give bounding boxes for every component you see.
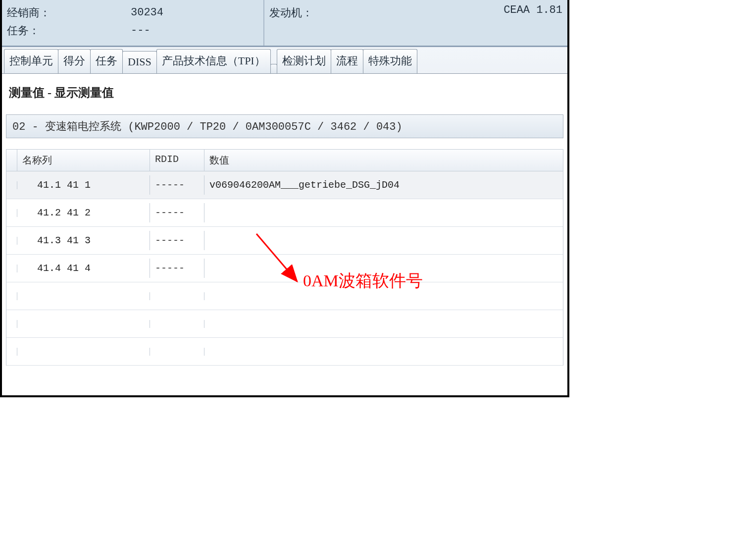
cell-name (17, 348, 150, 356)
section-title: 测量值 - 显示测量值 (2, 74, 567, 114)
tab-detection-plan[interactable]: 检测计划 (277, 49, 331, 73)
table-row[interactable]: 41.3 41 3 ----- (6, 227, 563, 255)
cell-rdid (150, 320, 204, 328)
row-handle (6, 292, 17, 300)
cell-name: 41.2 41 2 (17, 203, 150, 222)
cell-value (204, 237, 563, 245)
table-row[interactable]: 41.1 41 1 ----- v069046200AM___getriebe_… (6, 171, 563, 199)
measured-values-table: 名称列 RDID 数值 41.1 41 1 ----- v069046200AM… (6, 149, 563, 366)
annotation-text: 0AM波箱软件号 (303, 269, 423, 292)
info-panel-right: 发动机： CEAA 1.81 (264, 0, 567, 46)
tab-strip: 控制单元 得分 任务 DISS 产品技术信息（TPI） 检测计划 流程 特殊功能 (2, 47, 567, 74)
column-value[interactable]: 数值 (204, 150, 563, 171)
ecu-subheader: 02 - 变速箱电控系统 (KWP2000 / TP20 / 0AM300057… (6, 114, 563, 138)
task-label: 任务： (7, 22, 131, 40)
row-handle (6, 348, 17, 356)
table-row[interactable]: 41.2 41 2 ----- (6, 199, 563, 227)
cell-rdid (150, 348, 204, 356)
cell-rdid: ----- (150, 231, 204, 250)
cell-name: 41.4 41 4 (17, 259, 150, 278)
cell-value (204, 320, 563, 328)
row-handle (6, 320, 17, 328)
tab-score[interactable]: 得分 (58, 49, 91, 73)
cell-rdid: ----- (150, 175, 204, 195)
table-row[interactable] (6, 338, 563, 366)
row-handle (6, 265, 17, 272)
tab-diss[interactable]: DISS (122, 51, 157, 73)
cell-rdid: ----- (150, 259, 204, 278)
cell-value (204, 348, 563, 356)
table-row[interactable]: 41.4 41 4 ----- (6, 255, 563, 282)
cell-name (17, 320, 150, 328)
row-handle (6, 181, 17, 189)
row-handle (6, 237, 17, 245)
cell-rdid (150, 292, 204, 300)
cell-rdid: ----- (150, 203, 204, 222)
app-window: 经销商： 30234 任务： --- 发动机： CEAA 1.81 控制单元 得… (0, 0, 569, 397)
column-handle (6, 150, 17, 171)
tab-special-functions[interactable]: 特殊功能 (363, 49, 417, 73)
cell-value (204, 292, 563, 300)
table-header: 名称列 RDID 数值 (6, 149, 563, 171)
table-row[interactable] (6, 310, 563, 338)
cell-value (204, 209, 563, 217)
tab-process[interactable]: 流程 (331, 49, 363, 73)
tab-gap (270, 64, 277, 73)
cell-value: v069046200AM___getriebe_DSG_jD04 (204, 175, 563, 195)
cell-name (17, 292, 150, 300)
cell-name: 41.1 41 1 (17, 175, 150, 195)
task-value: --- (131, 22, 151, 40)
column-name[interactable]: 名称列 (17, 150, 150, 171)
tab-task[interactable]: 任务 (90, 49, 123, 73)
cell-name: 41.3 41 3 (17, 231, 150, 250)
table-row[interactable] (6, 282, 563, 310)
row-handle (6, 209, 17, 217)
dealer-label: 经销商： (7, 4, 131, 22)
column-rdid[interactable]: RDID (150, 150, 204, 171)
tab-tpi[interactable]: 产品技术信息（TPI） (156, 49, 271, 73)
engine-label: 发动机： (269, 4, 313, 22)
info-panel-left: 经销商： 30234 任务： --- (2, 0, 264, 46)
dealer-value: 30234 (131, 4, 163, 22)
vehicle-info-header: 经销商： 30234 任务： --- 发动机： CEAA 1.81 (2, 0, 567, 47)
tab-control-unit[interactable]: 控制单元 (4, 49, 58, 73)
engine-value: CEAA 1.81 (504, 4, 562, 16)
